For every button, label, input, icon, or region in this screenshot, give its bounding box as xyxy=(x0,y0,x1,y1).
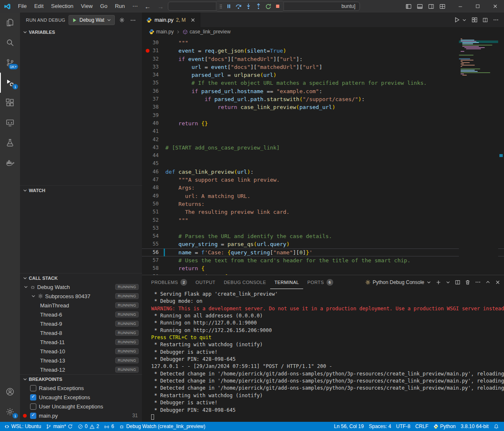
gutter-30[interactable]: 30 xyxy=(142,39,165,47)
menu-selection[interactable]: Selection xyxy=(47,2,77,11)
code-line-44[interactable]: 44 xyxy=(142,152,504,160)
terminal-instance-select[interactable]: Python Debug Console xyxy=(365,279,431,285)
panel-more-actions-icon[interactable] xyxy=(475,279,481,285)
toggle-secondary-sidebar-icon[interactable] xyxy=(428,3,434,10)
code-line-36[interactable]: 36 if parsed_url.hostname == "example.co… xyxy=(142,87,504,95)
open-changes-icon[interactable] xyxy=(471,17,478,23)
menu-more[interactable]: ⋯ xyxy=(129,2,142,11)
notifications-bell[interactable] xyxy=(491,422,501,431)
code-line-45[interactable]: 45 xyxy=(142,160,504,167)
code-line-53[interactable]: 53 xyxy=(142,224,504,232)
views-more-actions-icon[interactable] xyxy=(130,17,136,23)
close-window-button[interactable] xyxy=(486,0,504,13)
code-line-34[interactable]: 34 parsed_url = urlparse(url) xyxy=(142,71,504,79)
kill-terminal-icon[interactable] xyxy=(465,279,471,285)
code-line-46[interactable]: 46def case_link_preview(url): xyxy=(142,168,504,176)
run-python-file-icon[interactable] xyxy=(454,17,460,23)
gutter-44[interactable]: 44 xyxy=(142,152,165,160)
menu-view[interactable]: View xyxy=(77,2,96,11)
problems-indicator[interactable]: 0 2 xyxy=(75,422,101,431)
minimize-button[interactable] xyxy=(451,0,469,13)
activity-run-and-debug[interactable]: 1 xyxy=(0,73,20,93)
breakpoint-raised-exceptions[interactable]: Raised Exceptions xyxy=(20,383,142,393)
gutter-46[interactable]: 46 xyxy=(142,168,165,176)
gutter-33[interactable]: 33 xyxy=(142,63,165,71)
gutter-34[interactable]: 34 xyxy=(142,71,165,79)
gutter-41[interactable]: 41 xyxy=(142,127,165,135)
gutter-49[interactable]: 49 xyxy=(142,192,165,200)
code-line-37[interactable]: 37 if parsed_url.path.startswith("/suppo… xyxy=(142,95,504,103)
activity-remote-explorer[interactable] xyxy=(0,113,20,133)
back-icon[interactable]: ← xyxy=(144,3,151,10)
activity-docker[interactable] xyxy=(0,153,20,173)
gutter-51[interactable]: 51 xyxy=(142,208,165,216)
indentation-indicator[interactable]: Spaces: 4 xyxy=(366,422,393,431)
run-options-chevron-icon[interactable] xyxy=(462,18,467,23)
gutter-53[interactable]: 53 xyxy=(142,224,165,232)
start-debugging-icon[interactable] xyxy=(72,18,77,23)
code-line-47[interactable]: 47 """A support case link preview. xyxy=(142,176,504,184)
code-line-38[interactable]: 38 return case_link_preview(parsed_url) xyxy=(142,103,504,111)
callstack-thread-6[interactable]: Thread-6RUNNING xyxy=(20,310,142,319)
gutter-36[interactable]: 36 xyxy=(142,87,165,95)
breakpoint-main-py[interactable]: main.py31 xyxy=(20,411,142,420)
launch-configuration-dropdown[interactable]: Debug Wat xyxy=(68,15,115,25)
code-line-43[interactable]: 43# [START add_ons_case_preview_link] xyxy=(142,144,504,152)
close-tab-icon[interactable] xyxy=(190,17,196,23)
code-line-48[interactable]: 48 Args: xyxy=(142,184,504,192)
sync-icon[interactable] xyxy=(68,424,73,429)
code-line-51[interactable]: 51 The resulting preview link card. xyxy=(142,208,504,216)
callstack-debug-watch[interactable]: Debug WatchRUNNING xyxy=(20,282,142,292)
gutter-47[interactable]: 47 xyxy=(142,176,165,184)
gutter-54[interactable]: 54 xyxy=(142,232,165,240)
close-panel-icon[interactable] xyxy=(495,279,501,285)
callstack-subprocess-80437[interactable]: Subprocess 80437RUNNING xyxy=(20,292,142,301)
callstack-thread-13[interactable]: Thread-13RUNNING xyxy=(20,356,142,365)
code-line-54[interactable]: 54 # Parses the URL and identify the cas… xyxy=(142,232,504,240)
gutter-32[interactable]: 32 xyxy=(142,55,165,63)
breadcrumb-symbol[interactable]: case_link_preview xyxy=(182,29,230,35)
encoding-indicator[interactable]: UTF-8 xyxy=(394,422,413,431)
editor-scrollbar[interactable] xyxy=(498,36,504,275)
panel-tab-terminal[interactable]: TERMINAL xyxy=(270,275,303,289)
ports-indicator[interactable]: 6 xyxy=(101,422,117,431)
step-over-button[interactable] xyxy=(235,3,242,10)
forward-icon[interactable]: → xyxy=(157,3,164,10)
gutter-45[interactable]: 45 xyxy=(142,160,165,167)
code-line-30[interactable]: 30 """ xyxy=(142,39,504,47)
code-line-41[interactable]: 41 xyxy=(142,127,504,135)
activity-extensions[interactable] xyxy=(0,93,20,113)
menu-run[interactable]: Run xyxy=(111,2,129,11)
callstack-thread-8[interactable]: Thread-8RUNNING xyxy=(20,328,142,337)
gutter-37[interactable]: 37 xyxy=(142,95,165,103)
breakpoints-section-header[interactable]: BREAKPOINTS xyxy=(20,374,142,383)
menu-go[interactable]: Go xyxy=(96,2,111,11)
interpreter-indicator[interactable]: 3.8.10 64-bit xyxy=(458,422,491,431)
maximize-button[interactable] xyxy=(469,0,486,13)
restart-button[interactable] xyxy=(265,3,271,10)
gutter-57[interactable]: 57 xyxy=(142,256,165,264)
step-into-button[interactable] xyxy=(245,3,252,10)
code-line-55[interactable]: 55 query_string = parse_qs(url.query) xyxy=(142,240,504,248)
customize-layout-icon[interactable] xyxy=(439,3,446,10)
watch-section-header[interactable]: WATCH xyxy=(20,185,142,195)
code-line-42[interactable]: 42 xyxy=(142,136,504,144)
breadcrumb-file[interactable]: main.py xyxy=(149,29,174,35)
code-line-33[interactable]: 33 url = event["docs"]["matchedUrl"]["ur… xyxy=(142,63,504,71)
checkbox[interactable] xyxy=(30,385,36,391)
menu-edit[interactable]: Edit xyxy=(30,2,47,11)
gutter-50[interactable]: 50 xyxy=(142,200,165,208)
gutter-56[interactable]: 56 xyxy=(142,248,165,256)
gutter-58[interactable]: 58 xyxy=(142,264,165,272)
code-line-58[interactable]: 58 return { xyxy=(142,264,504,272)
tab-main-py[interactable]: main.py 2, M xyxy=(142,13,200,27)
terminal-launch-chevron-icon[interactable] xyxy=(446,280,451,285)
panel-tab-ports[interactable]: PORTS6 xyxy=(303,275,337,289)
panel-tab-debug-console[interactable]: DEBUG CONSOLE xyxy=(220,275,270,289)
call-stack-section-header[interactable]: CALL STACK xyxy=(20,273,142,282)
maximize-panel-icon[interactable] xyxy=(485,279,491,285)
code-line-56[interactable]: 56 name = f'Case: {query_string["name"][… xyxy=(142,248,504,256)
variables-section-header[interactable]: VARIABLES xyxy=(20,28,142,37)
code-line-57[interactable]: 57 # Uses the text from the card's heade… xyxy=(142,256,504,264)
split-terminal-icon[interactable] xyxy=(455,279,461,285)
